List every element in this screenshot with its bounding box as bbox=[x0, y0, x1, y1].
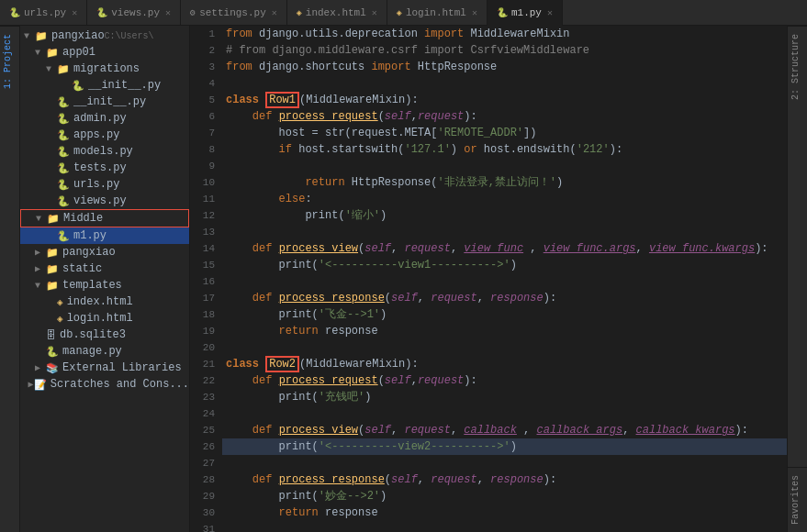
line-number: 19 bbox=[190, 323, 222, 339]
tree-item-apps-py[interactable]: 🐍 apps.py bbox=[20, 127, 189, 143]
project-panel-tab[interactable]: 1: Project bbox=[0, 26, 19, 96]
line-number: 7 bbox=[190, 125, 222, 141]
close-icon[interactable]: ✕ bbox=[165, 7, 171, 18]
close-icon[interactable]: ✕ bbox=[372, 7, 377, 18]
tab-login-html[interactable]: ◈ login.html ✕ bbox=[387, 0, 488, 26]
folder-icon: 📁 bbox=[46, 247, 59, 259]
line-text: def process_view(self, request, view_fun… bbox=[222, 240, 787, 257]
line-number: 21 bbox=[190, 356, 222, 372]
tab-views-py[interactable]: 🐍 views.py ✕ bbox=[87, 0, 181, 26]
line-number: 17 bbox=[190, 290, 222, 306]
code-line-2: 2 # from django.middleware.csrf import C… bbox=[190, 42, 787, 59]
close-icon[interactable]: ✕ bbox=[72, 7, 77, 18]
favorites-panel-tab[interactable]: Favorites bbox=[788, 467, 807, 532]
line-text: print('<----------view2---------->') bbox=[222, 438, 787, 455]
tree-item-m1-py[interactable]: 🐍 m1.py bbox=[20, 227, 189, 244]
file-tree: ▼ 📁 pangxiao C:\Users\ ▼ 📁 app01 ▼ 📁 mig… bbox=[20, 26, 190, 532]
line-text: print('飞金-->1') bbox=[222, 306, 787, 323]
tree-item-db-sqlite3[interactable]: 🗄 db.sqlite3 bbox=[20, 327, 189, 343]
expand-arrow: ▶ bbox=[35, 247, 46, 258]
tab-m1-py[interactable]: 🐍 m1.py ✕ bbox=[488, 0, 563, 26]
line-text: if host.startswith('127.1') or host.ends… bbox=[222, 141, 787, 158]
line-text: return HttpResponse('非法登录,禁止访问！') bbox=[222, 174, 787, 191]
line-number: 11 bbox=[190, 191, 222, 207]
code-line-12: 12 print('缩小') bbox=[190, 207, 787, 224]
line-number: 23 bbox=[190, 389, 222, 405]
code-line-1: 1 from django.utils.deprecation import M… bbox=[190, 26, 787, 42]
tab-settings-py[interactable]: ⚙ settings.py ✕ bbox=[181, 0, 287, 26]
expand-arrow: ▶ bbox=[35, 362, 46, 373]
line-number: 9 bbox=[190, 158, 222, 174]
line-number: 20 bbox=[190, 339, 222, 356]
tree-item-label: manage.py bbox=[62, 345, 122, 358]
tree-item-manage-py[interactable]: 🐍 manage.py bbox=[20, 343, 189, 360]
code-line-22: 22 def process_request(self,request): bbox=[190, 372, 787, 389]
close-icon[interactable]: ✕ bbox=[272, 7, 277, 18]
python-file-icon: 🐍 bbox=[57, 230, 70, 242]
folder-icon: 📁 bbox=[57, 63, 70, 75]
python-file-icon: 🐍 bbox=[57, 129, 70, 141]
tree-item-models-py[interactable]: 🐍 models.py bbox=[20, 143, 189, 160]
tab-index-html[interactable]: ◈ index.html ✕ bbox=[287, 0, 387, 26]
tree-item-tests-py[interactable]: 🐍 tests.py bbox=[20, 160, 189, 176]
tree-item-templates[interactable]: ▼ 📁 templates bbox=[20, 277, 189, 294]
expand-arrow: ▼ bbox=[46, 64, 57, 74]
line-number: 14 bbox=[190, 240, 222, 257]
structure-panel-tab[interactable]: 2: Structure bbox=[788, 26, 807, 107]
tab-urls-py[interactable]: 🐍 urls.py ✕ bbox=[0, 0, 87, 26]
code-line-25: 25 def process_view(self, request, callb… bbox=[190, 422, 787, 438]
tree-item-urls-py[interactable]: 🐍 urls.py bbox=[20, 176, 189, 193]
folder-icon: 📁 bbox=[46, 47, 59, 59]
code-line-6: 6 def process_request(self,request): bbox=[190, 108, 787, 125]
python-icon: 🐍 bbox=[96, 7, 107, 18]
expand-arrow: ▼ bbox=[35, 281, 46, 291]
line-number: 15 bbox=[190, 257, 222, 273]
code-content[interactable]: 1 from django.utils.deprecation import M… bbox=[190, 26, 787, 532]
tree-item-label: db.sqlite3 bbox=[60, 328, 126, 341]
tree-item-admin-py[interactable]: 🐍 admin.py bbox=[20, 110, 189, 127]
python-icon: 🐍 bbox=[497, 7, 508, 18]
close-icon[interactable]: ✕ bbox=[547, 7, 553, 18]
tree-item-static[interactable]: ▶ 📁 static bbox=[20, 260, 189, 277]
code-line-5: 5 class Row1(MiddlewareMixin): bbox=[190, 92, 787, 108]
tree-item-ext-libs[interactable]: ▶ 📚 External Libraries bbox=[20, 360, 189, 376]
code-line-15: 15 print('<----------view1---------->') bbox=[190, 257, 787, 273]
tab-bar: 🐍 urls.py ✕ 🐍 views.py ✕ ⚙ settings.py ✕… bbox=[0, 0, 807, 26]
code-line-10: 10 return HttpResponse('非法登录,禁止访问！') bbox=[190, 174, 787, 191]
line-text: else: bbox=[222, 191, 787, 207]
code-line-19: 19 return response bbox=[190, 323, 787, 339]
tree-item-scratches[interactable]: ▶ 📝 Scratches and Cons... bbox=[20, 376, 189, 393]
line-number: 2 bbox=[190, 42, 222, 59]
tree-item-init2-py[interactable]: 🐍 __init__.py bbox=[20, 94, 189, 110]
left-panel-tabs: 1: Project bbox=[0, 26, 20, 532]
line-text: class Row2(MiddlewareMixin): bbox=[222, 356, 787, 372]
tree-item-index-html[interactable]: ◈ index.html bbox=[20, 294, 189, 310]
expand-arrow: ▼ bbox=[36, 214, 47, 224]
tree-root[interactable]: ▼ 📁 pangxiao C:\Users\ bbox=[20, 28, 189, 44]
line-number: 26 bbox=[190, 438, 222, 455]
python-file-icon: 🐍 bbox=[46, 346, 59, 358]
tree-item-views-py[interactable]: 🐍 views.py bbox=[20, 193, 189, 209]
code-line-9: 9 bbox=[190, 158, 787, 174]
tree-item-pangxiao[interactable]: ▶ 📁 pangxiao bbox=[20, 244, 189, 260]
python-file-icon: 🐍 bbox=[57, 195, 70, 207]
line-number: 4 bbox=[190, 75, 222, 92]
right-panel-tabs: 2: Structure Favorites bbox=[787, 26, 807, 532]
close-icon[interactable]: ✕ bbox=[472, 7, 477, 18]
tree-item-middle[interactable]: ▼ 📁 Middle bbox=[20, 209, 189, 227]
code-line-21: 21 class Row2(MiddlewareMixin): bbox=[190, 356, 787, 372]
python-file-icon: 🐍 bbox=[57, 96, 70, 108]
line-number: 22 bbox=[190, 372, 222, 389]
code-line-8: 8 if host.startswith('127.1') or host.en… bbox=[190, 141, 787, 158]
code-line-27: 27 bbox=[190, 455, 787, 471]
line-text: def process_response(self, request, resp… bbox=[222, 290, 787, 306]
tree-item-login-html[interactable]: ◈ login.html bbox=[20, 310, 189, 327]
tree-item-migrations[interactable]: ▼ 📁 migrations bbox=[20, 61, 189, 77]
tree-item-init-py[interactable]: 🐍 __init__.py bbox=[20, 77, 189, 94]
line-text: from django.shortcuts import HttpRespons… bbox=[222, 59, 787, 75]
tree-item-label: apps.py bbox=[73, 128, 119, 141]
line-number: 13 bbox=[190, 224, 222, 240]
tree-item-label: static bbox=[62, 262, 102, 275]
code-line-7: 7 host = str(request.META['REMOTE_ADDR']… bbox=[190, 125, 787, 141]
tree-item-app01[interactable]: ▼ 📁 app01 bbox=[20, 44, 189, 61]
